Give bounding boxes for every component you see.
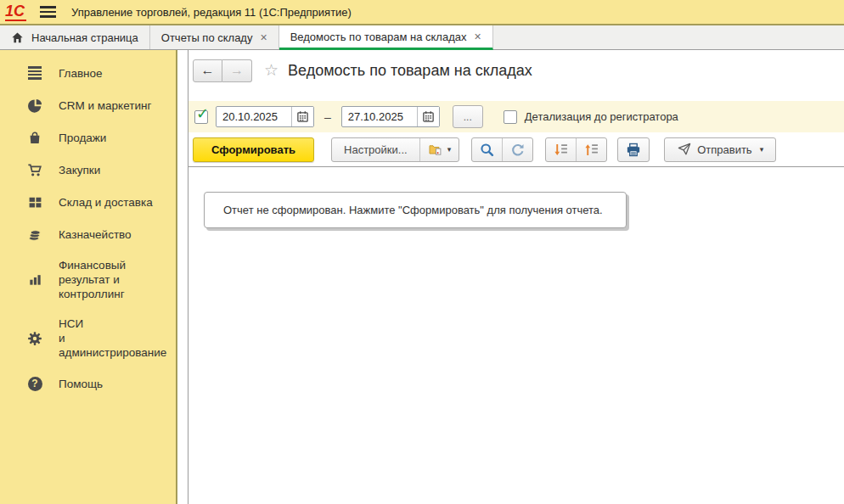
tab-home[interactable]: Начальная страница bbox=[0, 25, 150, 49]
report-area: Отчет не сформирован. Нажмите "Сформиров… bbox=[188, 167, 844, 504]
sidebar-item-crm[interactable]: CRM и маркетинг bbox=[0, 89, 176, 121]
expand-groups-button[interactable] bbox=[546, 138, 576, 161]
report-empty-message-text: Отчет не сформирован. Нажмите "Сформиров… bbox=[223, 204, 603, 216]
sidebar-item-purchases[interactable]: Закупки bbox=[0, 154, 176, 186]
calendar-icon bbox=[296, 110, 309, 123]
form-area: ← → ☆ Ведомость по товарам на складах ✓ bbox=[188, 50, 844, 504]
tab-goods-statement[interactable]: Ведомость по товарам на складах × bbox=[279, 25, 493, 50]
tab-label: Ведомость по товарам на складах bbox=[290, 31, 467, 43]
tab-label: Начальная страница bbox=[31, 31, 138, 44]
find-group bbox=[471, 137, 533, 162]
help-icon: ? bbox=[25, 375, 44, 392]
back-arrow-icon: ← bbox=[201, 63, 215, 78]
report-variants-button[interactable]: ▾ bbox=[419, 138, 459, 161]
period-to-field bbox=[341, 106, 440, 127]
period-from-input[interactable] bbox=[217, 107, 291, 126]
tab-warehouse-reports[interactable]: Отчеты по складу × bbox=[150, 25, 279, 49]
window-title: Управление торговлей, редакция 11 (1С:Пр… bbox=[71, 6, 352, 19]
print-button[interactable] bbox=[617, 137, 650, 162]
menu-icon bbox=[25, 64, 44, 81]
close-icon[interactable]: × bbox=[475, 31, 481, 42]
grouping-group bbox=[545, 137, 607, 162]
sidebar-item-sales[interactable]: Продажи bbox=[0, 121, 176, 154]
period-checkbox[interactable]: ✓ bbox=[194, 110, 208, 124]
send-label: Отправить bbox=[697, 143, 751, 156]
forward-button[interactable]: → bbox=[222, 59, 252, 82]
1c-logo: 1С bbox=[5, 3, 26, 21]
back-button[interactable]: ← bbox=[193, 59, 222, 82]
tab-bar: Начальная страница Отчеты по складу × Ве… bbox=[0, 25, 844, 50]
expand-groups-icon bbox=[554, 143, 568, 157]
report-toolbar: Сформировать Настройки... ▾ bbox=[188, 132, 844, 167]
period-to-input[interactable] bbox=[342, 107, 417, 126]
refresh-button[interactable] bbox=[502, 138, 532, 161]
print-icon bbox=[626, 143, 641, 157]
sidebar-item-finance[interactable]: Финансовый результат и контроллинг bbox=[0, 250, 176, 309]
close-icon[interactable]: × bbox=[260, 31, 267, 43]
shopping-bag-icon bbox=[25, 129, 44, 146]
period-more-button[interactable]: ... bbox=[453, 105, 483, 128]
cart-icon bbox=[25, 161, 44, 178]
section-panel: Главное CRM и маркетинг Продажи Зак bbox=[0, 50, 177, 504]
refresh-icon bbox=[510, 143, 525, 157]
settings-group: Настройки... ▾ bbox=[331, 137, 459, 162]
main-menu-icon[interactable] bbox=[40, 3, 56, 20]
chevron-down-icon: ▾ bbox=[760, 145, 764, 154]
send-button[interactable]: Отправить ▾ bbox=[664, 137, 776, 162]
report-empty-message: Отчет не сформирован. Нажмите "Сформиров… bbox=[204, 192, 627, 228]
calendar-icon bbox=[422, 110, 435, 123]
filter-panel: ✓ – bbox=[188, 101, 844, 132]
detail-checkbox-label[interactable]: Детализация до регистратора bbox=[525, 110, 678, 123]
settings-button[interactable]: Настройки... bbox=[332, 138, 419, 161]
grid-icon bbox=[25, 193, 44, 210]
pie-chart-icon bbox=[25, 97, 44, 114]
sidebar-item-help[interactable]: ? Помощь bbox=[0, 367, 176, 400]
period-to-calendar-button[interactable] bbox=[417, 107, 439, 126]
search-button[interactable] bbox=[472, 138, 502, 161]
check-icon: ✓ bbox=[196, 105, 209, 122]
tab-label: Отчеты по складу bbox=[161, 31, 253, 44]
page-title: Ведомость по товарам на складах bbox=[288, 62, 532, 80]
sidebar-item-main[interactable]: Главное bbox=[0, 57, 176, 89]
navigation-row: ← → ☆ Ведомость по товарам на складах bbox=[193, 59, 532, 82]
collapse-groups-button[interactable] bbox=[576, 138, 606, 161]
paper-plane-icon bbox=[677, 143, 692, 156]
detail-checkbox[interactable] bbox=[504, 110, 517, 124]
generate-button[interactable]: Сформировать bbox=[193, 137, 314, 162]
search-icon bbox=[480, 143, 494, 157]
sidebar-item-warehouse[interactable]: Склад и доставка bbox=[0, 186, 176, 218]
chevron-down-icon: ▾ bbox=[447, 145, 452, 154]
period-from-calendar-button[interactable] bbox=[291, 107, 313, 126]
collapse-groups-icon bbox=[584, 143, 599, 157]
bar-chart-icon bbox=[25, 272, 44, 288]
sidebar-item-nsi-admin[interactable]: НСИ и администрирование bbox=[0, 309, 176, 367]
folder-icon bbox=[428, 143, 442, 156]
period-from-field bbox=[216, 106, 314, 127]
coins-icon bbox=[25, 226, 44, 243]
sidebar-item-treasury[interactable]: Казначейство bbox=[0, 218, 176, 250]
favorite-star-icon[interactable]: ☆ bbox=[264, 62, 279, 79]
period-range-dash: – bbox=[324, 110, 331, 124]
home-icon bbox=[11, 31, 24, 44]
gear-icon bbox=[25, 330, 44, 347]
window-titlebar: 1С Управление торговлей, редакция 11 (1С… bbox=[0, 0, 844, 25]
forward-arrow-icon: → bbox=[230, 63, 244, 78]
